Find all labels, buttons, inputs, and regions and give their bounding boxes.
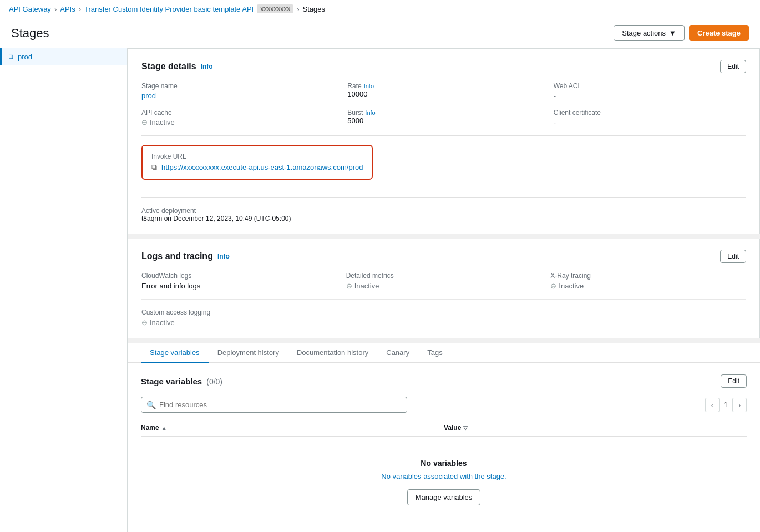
- active-deployment-value: t8aqrm on December 12, 2023, 10:49 (UTC-…: [141, 215, 746, 222]
- empty-description: No variables associated with the stage.: [152, 472, 736, 480]
- prev-page-button[interactable]: ‹: [705, 398, 720, 412]
- value-column-header: Value ▽: [444, 424, 747, 432]
- client-cert-value: -: [554, 118, 746, 126]
- stage-name-value: prod: [141, 92, 334, 100]
- table-header: Name ▲ Value ▽: [141, 419, 747, 437]
- sidebar-item-label: prod: [18, 53, 32, 61]
- burst-value: 5000: [347, 116, 540, 125]
- tab-documentation-history[interactable]: Documentation history: [288, 343, 377, 363]
- stage-details-header: Stage details Info Edit: [141, 60, 746, 73]
- logs-tracing-info-link[interactable]: Info: [217, 252, 230, 260]
- web-acl-value: -: [554, 92, 746, 100]
- active-deployment: Active deployment t8aqrm on December 12,…: [141, 207, 746, 222]
- sidebar-item-prod[interactable]: ⊞ prod: [0, 48, 127, 65]
- search-input[interactable]: [141, 397, 407, 413]
- logs-tracing-header: Logs and tracing Info Edit: [141, 250, 746, 263]
- stage-details-info-link[interactable]: Info: [201, 63, 213, 70]
- invoke-url-value: ⧉ https://xxxxxxxxxx.execute-api.us-east…: [151, 163, 363, 172]
- sort-icon: ▲: [161, 425, 167, 431]
- rate-item: Rate Info 10000: [347, 82, 540, 100]
- invoke-url-label: Invoke URL: [151, 153, 363, 160]
- page-header: Stages Stage actions ▼ Create stage: [0, 18, 760, 48]
- divider-1: [141, 135, 746, 136]
- web-acl-item: Web ACL -: [554, 82, 746, 100]
- cloudwatch-label: CloudWatch logs: [141, 272, 337, 280]
- sidebar: ⊞ prod: [0, 48, 128, 532]
- next-page-button[interactable]: ›: [732, 398, 747, 412]
- breadcrumb-api-id: xxxxxxxxx: [257, 4, 293, 13]
- rate-label: Rate Info: [347, 82, 540, 90]
- burst-info-link[interactable]: Info: [365, 109, 375, 116]
- tab-tags[interactable]: Tags: [418, 343, 451, 363]
- variables-count: (0/0): [206, 377, 222, 386]
- create-stage-button[interactable]: Create stage: [689, 25, 749, 41]
- expand-icon: ⊞: [8, 53, 13, 60]
- stage-actions-button[interactable]: Stage actions ▼: [614, 25, 685, 41]
- logs-tracing-title: Logs and tracing Info: [141, 251, 230, 261]
- empty-title: No variables: [152, 459, 736, 468]
- empty-state: No variables No variables associated wit…: [141, 437, 747, 528]
- divider-2: [141, 197, 746, 198]
- breadcrumb: API Gateway › APIs › Transfer Custom Ide…: [0, 0, 760, 18]
- custom-logging-item: Custom access logging Inactive: [141, 308, 337, 327]
- rate-value: 10000: [347, 90, 540, 98]
- breadcrumb-api-name[interactable]: Transfer Custom Identity Provider basic …: [84, 5, 254, 13]
- stage-name-label: Stage name: [141, 82, 334, 90]
- content-area: Stage details Info Edit Stage name prod …: [128, 48, 760, 532]
- tab-deployment-history[interactable]: Deployment history: [209, 343, 288, 363]
- xray-item: X-Ray tracing Inactive: [550, 272, 746, 290]
- copy-icon[interactable]: ⧉: [151, 163, 157, 172]
- stage-details-grid: Stage name prod Rate Info 10000 Web ACL …: [141, 82, 746, 126]
- xray-label: X-Ray tracing: [550, 272, 746, 280]
- rate-info-link[interactable]: Info: [364, 83, 374, 89]
- pagination: ‹ 1 ›: [705, 398, 747, 412]
- page-number: 1: [724, 401, 728, 409]
- search-bar: 🔍: [141, 397, 407, 413]
- logs-tracing-section: Logs and tracing Info Edit CloudWatch lo…: [128, 239, 760, 338]
- search-pagination-row: 🔍 ‹ 1 ›: [141, 397, 747, 413]
- client-cert-label: Client certificate: [554, 109, 746, 116]
- breadcrumb-apis[interactable]: APIs: [60, 5, 75, 13]
- cloudwatch-item: CloudWatch logs Error and info logs: [141, 272, 337, 290]
- variables-header: Stage variables (0/0) Edit: [141, 374, 747, 388]
- stage-details-title: Stage details Info: [141, 62, 213, 72]
- custom-logging-label: Custom access logging: [141, 308, 337, 316]
- search-icon: 🔍: [146, 401, 156, 409]
- breadcrumb-current: Stages: [303, 5, 325, 13]
- logs-tracing-edit-button[interactable]: Edit: [720, 250, 746, 263]
- detailed-metrics-label: Detailed metrics: [346, 272, 542, 280]
- dropdown-icon: ▼: [669, 29, 676, 37]
- tabs-bar: Stage variables Deployment history Docum…: [128, 343, 760, 363]
- detailed-metrics-item: Detailed metrics Inactive: [346, 272, 542, 290]
- main-layout: ⊞ prod Stage details Info Edit Stage nam…: [0, 48, 760, 532]
- name-column-header: Name ▲: [141, 424, 444, 432]
- invoke-url-box: Invoke URL ⧉ https://xxxxxxxxxx.execute-…: [141, 145, 373, 180]
- sort-down-icon: ▽: [463, 425, 468, 431]
- api-cache-value: Inactive: [141, 118, 334, 126]
- api-cache-label: API cache: [141, 109, 334, 116]
- variables-section: Stage variables (0/0) Edit 🔍 ‹ 1 › N: [128, 363, 760, 532]
- variables-edit-button[interactable]: Edit: [721, 374, 747, 388]
- detailed-metrics-value: Inactive: [346, 282, 542, 290]
- api-cache-item: API cache Inactive: [141, 109, 334, 126]
- custom-logging-value: Inactive: [141, 318, 337, 327]
- page-title: Stages: [11, 26, 49, 40]
- tab-stage-variables[interactable]: Stage variables: [141, 343, 209, 363]
- stage-details-section: Stage details Info Edit Stage name prod …: [128, 48, 760, 234]
- header-actions: Stage actions ▼ Create stage: [614, 25, 749, 41]
- invoke-url-text: https://xxxxxxxxxx.execute-api.us-east-1…: [161, 163, 363, 171]
- breadcrumb-api-gateway[interactable]: API Gateway: [9, 5, 51, 13]
- variables-title: Stage variables (0/0): [141, 377, 222, 386]
- web-acl-label: Web ACL: [554, 82, 746, 90]
- invoke-url-container: Invoke URL ⧉ https://xxxxxxxxxx.execute-…: [141, 145, 746, 189]
- burst-item: Burst Info 5000: [347, 109, 540, 126]
- custom-logging-grid: Custom access logging Inactive: [141, 308, 746, 327]
- cloudwatch-value: Error and info logs: [141, 282, 337, 290]
- client-cert-item: Client certificate -: [554, 109, 746, 126]
- tab-canary[interactable]: Canary: [377, 343, 418, 363]
- burst-label: Burst Info: [347, 109, 540, 116]
- divider-3: [141, 299, 746, 300]
- logs-grid: CloudWatch logs Error and info logs Deta…: [141, 272, 746, 290]
- stage-details-edit-button[interactable]: Edit: [720, 60, 746, 73]
- manage-variables-button[interactable]: Manage variables: [407, 489, 481, 505]
